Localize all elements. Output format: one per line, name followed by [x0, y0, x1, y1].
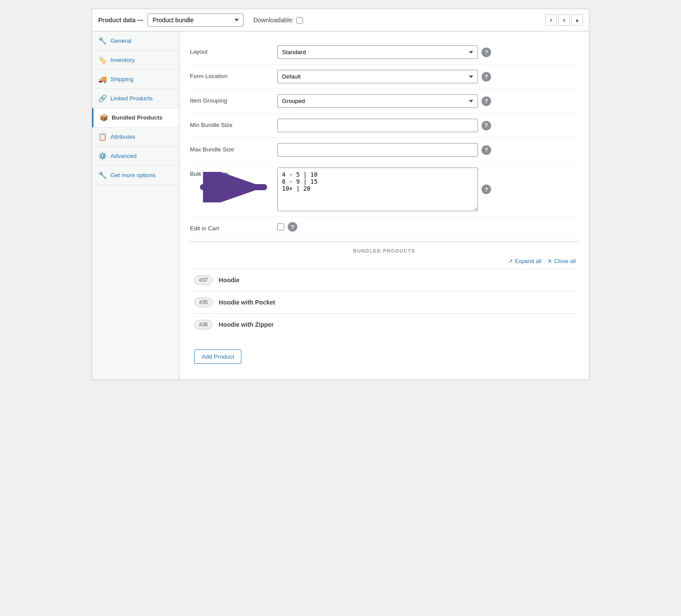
- sidebar-item-get-more-options[interactable]: 🔧 Get more options: [92, 166, 179, 185]
- product-type-select[interactable]: Product bundle: [148, 14, 244, 27]
- form-location-help-icon[interactable]: ?: [482, 72, 491, 82]
- main-content: Layout Standard Tabular Stacked ? Form L…: [179, 31, 589, 380]
- form-row-bulk-discounts: Bulk Discounts 4 - 5 | 10 6 - 9 | 15 10+…: [190, 162, 578, 217]
- add-product-button[interactable]: Add Product: [194, 349, 241, 364]
- bundled-product-row-37[interactable]: #37 Hoodie: [190, 269, 578, 291]
- edit-in-cart-label: Edit in Cart: [190, 222, 277, 232]
- product-data-label: Product data —: [98, 17, 143, 24]
- max-bundle-size-input[interactable]: [277, 143, 478, 157]
- expand-all-label: Expand all: [515, 258, 541, 264]
- form-location-select[interactable]: Default Before summary After summary: [277, 70, 478, 83]
- item-grouping-field: None Grouped Individual ?: [277, 94, 578, 108]
- form-location-label: Form Location: [190, 70, 277, 79]
- expand-icon: ↗: [508, 258, 513, 264]
- attributes-icon: 📋: [98, 133, 107, 141]
- sidebar-label-linked-products: Linked Products: [110, 95, 153, 102]
- bulk-discounts-textarea[interactable]: 4 - 5 | 10 6 - 9 | 15 10+ | 20: [277, 168, 478, 211]
- close-icon: ✕: [547, 258, 552, 264]
- product-name-37: Hoodie: [219, 277, 239, 284]
- sidebar-label-attributes: Attributes: [110, 133, 135, 140]
- layout-select[interactable]: Standard Tabular Stacked: [277, 45, 478, 59]
- link-icon: 🔗: [98, 94, 107, 103]
- product-data-panel: Product data — Product bundle Downloadab…: [92, 9, 589, 380]
- sidebar-label-bundled-products: Bundled Products: [112, 114, 162, 121]
- max-bundle-size-field: ?: [277, 143, 578, 157]
- more-options-icon: 🔧: [98, 171, 107, 179]
- product-name-35: Hoodie with Pocket: [219, 299, 275, 306]
- shipping-icon: 🚚: [98, 75, 107, 83]
- sidebar-item-advanced[interactable]: ⚙️ Advanced: [92, 147, 179, 166]
- sidebar-item-inventory[interactable]: 🏷️ Inventory: [92, 51, 179, 70]
- advanced-icon: ⚙️: [98, 152, 107, 160]
- product-id-36: #36: [194, 320, 213, 329]
- expand-all-link[interactable]: ↗ Expand all: [508, 258, 541, 264]
- max-bundle-help-icon[interactable]: ?: [482, 145, 491, 155]
- bundled-product-row-35[interactable]: #35 Hoodie with Pocket: [190, 291, 578, 313]
- sidebar-item-general[interactable]: 🔧 General: [92, 31, 179, 51]
- min-bundle-size-input[interactable]: [277, 119, 478, 132]
- layout-field: Standard Tabular Stacked ?: [277, 45, 578, 59]
- bulk-discounts-label: Bulk Discounts: [190, 168, 277, 177]
- edit-in-cart-checkbox[interactable]: [277, 223, 284, 230]
- sidebar-label-advanced: Advanced: [110, 153, 137, 159]
- min-bundle-help-icon[interactable]: ?: [482, 121, 491, 130]
- sidebar-item-linked-products[interactable]: 🔗 Linked Products: [92, 89, 179, 108]
- close-all-link[interactable]: ✕ Close all: [547, 258, 576, 264]
- product-id-37: #37: [194, 275, 213, 285]
- bundled-products-actions: ↗ Expand all ✕ Close all: [190, 256, 578, 269]
- form-row-edit-in-cart: Edit in Cart ?: [190, 217, 578, 237]
- product-data-header: Product data — Product bundle Downloadab…: [92, 9, 589, 31]
- sidebar-label-shipping: Shipping: [110, 76, 134, 82]
- sidebar-label-get-more-options: Get more options: [110, 172, 156, 178]
- sidebar-item-attributes[interactable]: 📋 Attributes: [92, 127, 179, 147]
- min-bundle-size-label: Min Bundle Size: [190, 119, 277, 128]
- item-grouping-label: Item Grouping: [190, 94, 277, 104]
- bundled-product-row-36[interactable]: #36 Hoodie with Zipper: [190, 313, 578, 335]
- close-all-label: Close all: [554, 258, 576, 264]
- form-row-layout: Layout Standard Tabular Stacked ?: [190, 40, 578, 65]
- product-name-36: Hoodie with Zipper: [219, 321, 274, 328]
- arrow-up-button[interactable]: ∧: [545, 14, 557, 26]
- header-arrows: ∧ ∨ ▲: [545, 14, 583, 26]
- downloadable-label: Downloadable:: [253, 17, 303, 24]
- bulk-discounts-field: 4 - 5 | 10 6 - 9 | 15 10+ | 20 ?: [277, 168, 578, 211]
- form-row-form-location: Form Location Default Before summary Aft…: [190, 65, 578, 89]
- bundled-products-title: BUNDLED PRODUCTS: [190, 242, 578, 256]
- product-id-35: #35: [194, 298, 213, 307]
- sidebar-item-bundled-products[interactable]: 📦 Bundled Products: [92, 108, 179, 127]
- item-grouping-select[interactable]: None Grouped Individual: [277, 94, 478, 108]
- sidebar-label-inventory: Inventory: [110, 57, 135, 63]
- item-grouping-help-icon[interactable]: ?: [482, 96, 491, 106]
- edit-in-cart-help-icon[interactable]: ?: [288, 222, 297, 232]
- sidebar: 🔧 General 🏷️ Inventory 🚚 Shipping 🔗 Link…: [92, 31, 179, 380]
- edit-in-cart-field: ?: [277, 222, 578, 232]
- min-bundle-size-field: ?: [277, 119, 578, 132]
- wrench-icon: 🔧: [98, 37, 107, 45]
- layout-label: Layout: [190, 45, 277, 55]
- form-row-min-bundle-size: Min Bundle Size ?: [190, 113, 578, 138]
- max-bundle-size-label: Max Bundle Size: [190, 143, 277, 153]
- inventory-icon: 🏷️: [98, 56, 107, 64]
- sidebar-label-general: General: [110, 38, 131, 44]
- form-row-max-bundle-size: Max Bundle Size ?: [190, 138, 578, 162]
- arrow-expand-button[interactable]: ▲: [571, 14, 583, 26]
- add-product-wrapper: Add Product: [190, 335, 578, 371]
- sidebar-item-shipping[interactable]: 🚚 Shipping: [92, 70, 179, 89]
- layout-help-icon[interactable]: ?: [482, 48, 491, 57]
- product-data-body: 🔧 General 🏷️ Inventory 🚚 Shipping 🔗 Link…: [92, 31, 589, 380]
- downloadable-checkbox[interactable]: [296, 17, 303, 24]
- arrow-down-button[interactable]: ∨: [558, 14, 570, 26]
- bundled-products-section: BUNDLED PRODUCTS ↗ Expand all ✕ Close al…: [190, 242, 578, 371]
- form-row-item-grouping: Item Grouping None Grouped Individual ?: [190, 89, 578, 113]
- bundle-icon: 📦: [100, 113, 108, 122]
- form-location-field: Default Before summary After summary ?: [277, 70, 578, 83]
- bulk-discounts-help-icon[interactable]: ?: [482, 185, 491, 194]
